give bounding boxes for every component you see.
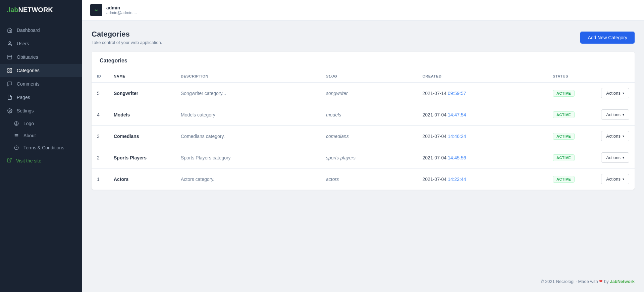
main-content: .lab admin admin@admin.... Categories Ta… bbox=[82, 0, 644, 292]
sidebar-label-visit-site: Visit the site bbox=[16, 158, 41, 163]
cell-description: Actors category. bbox=[175, 168, 321, 190]
sidebar-label-settings: Settings bbox=[17, 108, 34, 113]
pages-icon bbox=[7, 94, 13, 100]
cell-status: ACTIVE bbox=[547, 104, 588, 126]
sidebar-item-visit-site[interactable]: Visit the site bbox=[0, 154, 82, 167]
cell-slug: actors bbox=[321, 168, 417, 190]
col-header-description: DESCRIPTION bbox=[175, 70, 321, 83]
cell-description: Sports Players category bbox=[175, 147, 321, 168]
add-new-category-button[interactable]: Add New Category bbox=[580, 32, 635, 44]
cell-slug: sports-players bbox=[321, 147, 417, 168]
users-icon bbox=[7, 41, 13, 47]
status-badge: ACTIVE bbox=[553, 133, 575, 140]
cell-name: Models bbox=[108, 104, 175, 126]
home-icon bbox=[7, 27, 13, 33]
cell-id: 2 bbox=[92, 147, 108, 168]
sidebar-item-logo[interactable]: Logo bbox=[0, 117, 82, 130]
categories-table: ID NAME DESCRIPTION SLUG CREATED STATUS … bbox=[92, 70, 635, 190]
actions-button[interactable]: Actions ▾ bbox=[601, 109, 629, 120]
cell-status: ACTIVE bbox=[547, 147, 588, 168]
sidebar-label-comments: Comments bbox=[17, 81, 40, 87]
chevron-down-icon: ▾ bbox=[623, 177, 624, 181]
cell-actions: Actions ▾ bbox=[588, 83, 635, 104]
sidebar-item-users[interactable]: Users bbox=[0, 37, 82, 50]
col-header-status: STATUS bbox=[547, 70, 588, 83]
sidebar-item-dashboard[interactable]: Dashboard bbox=[0, 23, 82, 37]
sidebar-label-categories: Categories bbox=[17, 68, 40, 73]
actions-button[interactable]: Actions ▾ bbox=[601, 131, 629, 141]
admin-info: admin admin@admin.... bbox=[106, 5, 137, 15]
categories-table-card: Categories ID NAME DESCRIPTION SLUG CREA… bbox=[92, 52, 635, 190]
sidebar-label-logo: Logo bbox=[23, 121, 34, 126]
cell-name: Actors bbox=[108, 168, 175, 190]
col-header-slug: SLUG bbox=[321, 70, 417, 83]
table-row: 5 Songwriter Songwriter category... song… bbox=[92, 83, 635, 104]
sidebar-item-categories[interactable]: Categories bbox=[0, 64, 82, 77]
sidebar-item-obituaries[interactable]: Obituaries bbox=[0, 50, 82, 64]
table-row: 2 Sports Players Sports Players category… bbox=[92, 147, 635, 168]
cell-id: 4 bbox=[92, 104, 108, 126]
actions-button[interactable]: Actions ▾ bbox=[601, 88, 629, 98]
page-title: Categories bbox=[92, 30, 162, 39]
sidebar-item-about[interactable]: About bbox=[0, 130, 82, 142]
cell-status: ACTIVE bbox=[547, 168, 588, 190]
avatar: .lab bbox=[90, 4, 102, 16]
cell-description: Comedians category. bbox=[175, 126, 321, 147]
logo-network: NETWORK bbox=[18, 6, 53, 13]
page-subtitle: Take control of your web application. bbox=[92, 40, 162, 45]
svg-point-8 bbox=[16, 123, 17, 124]
sidebar-label-terms: Terms & Conditions bbox=[23, 145, 64, 150]
table-card-title: Categories bbox=[92, 52, 635, 70]
admin-email: admin@admin.... bbox=[106, 10, 137, 15]
sidebar-item-terms[interactable]: Terms & Conditions bbox=[0, 142, 82, 154]
cell-created: 2021-07-04 14:46:24 bbox=[417, 126, 547, 147]
sidebar-logo: .labNETWORK bbox=[0, 0, 82, 20]
terms-icon bbox=[13, 145, 19, 151]
cell-slug: models bbox=[321, 104, 417, 126]
svg-point-0 bbox=[9, 42, 10, 43]
sidebar-item-pages[interactable]: Pages bbox=[0, 91, 82, 104]
logo-sub-icon bbox=[13, 120, 19, 127]
svg-rect-1 bbox=[8, 55, 12, 59]
sidebar-label-obituaries: Obituaries bbox=[17, 54, 38, 60]
cell-actions: Actions ▾ bbox=[588, 147, 635, 168]
sidebar-navigation: Dashboard Users Obituaries Categories Co… bbox=[0, 20, 82, 292]
chevron-down-icon: ▾ bbox=[623, 156, 624, 159]
cell-id: 5 bbox=[92, 83, 108, 104]
chevron-down-icon: ▾ bbox=[623, 91, 624, 95]
actions-button[interactable]: Actions ▾ bbox=[601, 152, 629, 163]
svg-rect-2 bbox=[8, 68, 9, 70]
cell-created: 2021-07-04 14:22:44 bbox=[417, 168, 547, 190]
svg-point-6 bbox=[9, 110, 10, 111]
cell-status: ACTIVE bbox=[547, 126, 588, 147]
chevron-down-icon: ▾ bbox=[623, 134, 624, 138]
about-icon bbox=[13, 133, 19, 139]
sidebar-item-comments[interactable]: Comments bbox=[0, 77, 82, 91]
status-badge: ACTIVE bbox=[553, 111, 575, 118]
status-badge: ACTIVE bbox=[553, 176, 575, 183]
col-header-actions bbox=[588, 70, 635, 83]
cell-name: Comedians bbox=[108, 126, 175, 147]
page-title-group: Categories Take control of your web appl… bbox=[92, 30, 162, 45]
cell-name: Sports Players bbox=[108, 147, 175, 168]
comments-icon bbox=[7, 81, 13, 87]
sidebar-label-pages: Pages bbox=[17, 95, 30, 100]
cell-id: 1 bbox=[92, 168, 108, 190]
table-header: ID NAME DESCRIPTION SLUG CREATED STATUS bbox=[92, 70, 635, 83]
svg-rect-3 bbox=[10, 68, 12, 70]
footer-copy: © 2021 Necrologi bbox=[541, 279, 575, 284]
svg-line-15 bbox=[9, 158, 11, 160]
actions-button[interactable]: Actions ▾ bbox=[601, 174, 629, 184]
cell-status: ACTIVE bbox=[547, 83, 588, 104]
table-row: 4 Models Models category models 2021-07-… bbox=[92, 104, 635, 126]
sidebar-item-settings[interactable]: Settings bbox=[0, 104, 82, 117]
svg-rect-4 bbox=[8, 71, 9, 72]
cell-actions: Actions ▾ bbox=[588, 168, 635, 190]
footer-brand: .labNetwork bbox=[610, 279, 635, 284]
table-body: 5 Songwriter Songwriter category... song… bbox=[92, 83, 635, 190]
cell-slug: comedians bbox=[321, 126, 417, 147]
footer: © 2021 Necrologi · Made with ❤ by .labNe… bbox=[82, 271, 644, 292]
visit-site-icon bbox=[7, 157, 12, 164]
table-row: 1 Actors Actors category. actors 2021-07… bbox=[92, 168, 635, 190]
sidebar: .labNETWORK Dashboard Users Obituaries C… bbox=[0, 0, 82, 292]
